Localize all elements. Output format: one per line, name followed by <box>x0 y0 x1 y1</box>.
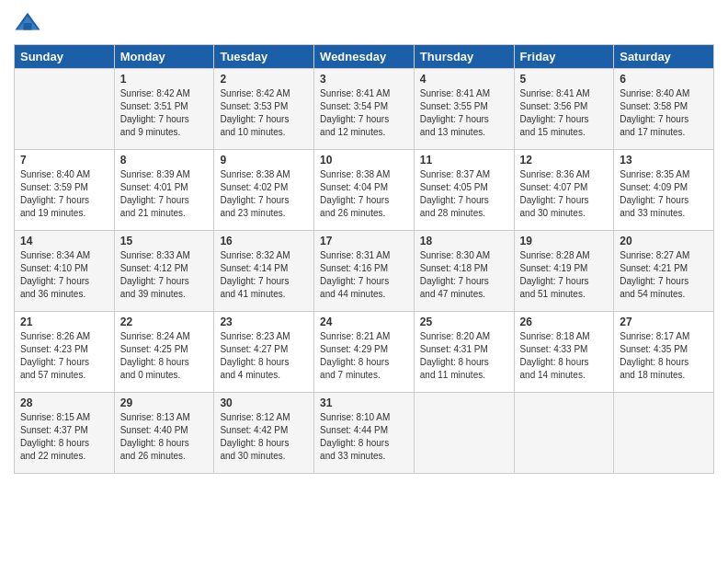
day-info: Sunrise: 8:41 AM Sunset: 3:54 PM Dayligh… <box>320 87 408 139</box>
day-number: 28 <box>20 396 108 409</box>
day-info: Sunrise: 8:41 AM Sunset: 3:56 PM Dayligh… <box>520 87 609 139</box>
week-row-1: 7Sunrise: 8:40 AM Sunset: 3:59 PM Daylig… <box>15 150 714 231</box>
week-row-4: 28Sunrise: 8:15 AM Sunset: 4:37 PM Dayli… <box>15 393 714 474</box>
day-info: Sunrise: 8:10 AM Sunset: 4:44 PM Dayligh… <box>320 411 408 463</box>
svg-rect-2 <box>24 23 32 30</box>
calendar-cell: 26Sunrise: 8:18 AM Sunset: 4:33 PM Dayli… <box>514 312 614 393</box>
day-info: Sunrise: 8:20 AM Sunset: 4:31 PM Dayligh… <box>420 330 508 382</box>
calendar-cell: 27Sunrise: 8:17 AM Sunset: 4:35 PM Dayli… <box>614 312 714 393</box>
day-info: Sunrise: 8:28 AM Sunset: 4:19 PM Dayligh… <box>520 249 609 301</box>
header-row: SundayMondayTuesdayWednesdayThursdayFrid… <box>15 45 714 69</box>
day-number: 19 <box>520 235 609 247</box>
day-info: Sunrise: 8:30 AM Sunset: 4:18 PM Dayligh… <box>420 249 508 301</box>
calendar-body: 1Sunrise: 8:42 AM Sunset: 3:51 PM Daylig… <box>15 69 714 474</box>
header-monday: Monday <box>114 45 214 69</box>
day-number: 24 <box>320 316 408 328</box>
calendar-cell: 25Sunrise: 8:20 AM Sunset: 4:31 PM Dayli… <box>414 312 514 393</box>
day-number: 11 <box>420 154 508 167</box>
day-info: Sunrise: 8:27 AM Sunset: 4:21 PM Dayligh… <box>620 249 708 301</box>
calendar-cell: 2Sunrise: 8:42 AM Sunset: 3:53 PM Daylig… <box>214 69 314 150</box>
calendar-cell: 31Sunrise: 8:10 AM Sunset: 4:44 PM Dayli… <box>314 393 415 474</box>
day-number: 15 <box>120 235 209 247</box>
calendar-cell: 24Sunrise: 8:21 AM Sunset: 4:29 PM Dayli… <box>314 312 415 393</box>
day-number: 30 <box>220 396 308 409</box>
day-number: 14 <box>20 235 108 247</box>
day-info: Sunrise: 8:38 AM Sunset: 4:02 PM Dayligh… <box>220 168 308 220</box>
calendar-cell: 18Sunrise: 8:30 AM Sunset: 4:18 PM Dayli… <box>414 231 514 312</box>
day-info: Sunrise: 8:32 AM Sunset: 4:14 PM Dayligh… <box>220 249 308 301</box>
calendar-cell: 1Sunrise: 8:42 AM Sunset: 3:51 PM Daylig… <box>114 69 214 150</box>
calendar-cell: 12Sunrise: 8:36 AM Sunset: 4:07 PM Dayli… <box>514 150 614 231</box>
calendar-cell <box>614 393 714 474</box>
calendar-cell: 22Sunrise: 8:24 AM Sunset: 4:25 PM Dayli… <box>114 312 214 393</box>
day-number: 18 <box>420 235 508 247</box>
day-number: 20 <box>620 235 708 247</box>
calendar-cell: 19Sunrise: 8:28 AM Sunset: 4:19 PM Dayli… <box>514 231 614 312</box>
day-number: 21 <box>20 316 108 328</box>
day-number: 10 <box>320 154 408 167</box>
calendar-cell: 4Sunrise: 8:41 AM Sunset: 3:55 PM Daylig… <box>414 69 514 150</box>
calendar-table: SundayMondayTuesdayWednesdayThursdayFrid… <box>14 44 714 474</box>
day-number: 8 <box>120 154 209 167</box>
calendar-cell: 9Sunrise: 8:38 AM Sunset: 4:02 PM Daylig… <box>214 150 314 231</box>
day-info: Sunrise: 8:13 AM Sunset: 4:40 PM Dayligh… <box>120 411 209 463</box>
day-info: Sunrise: 8:21 AM Sunset: 4:29 PM Dayligh… <box>320 330 408 382</box>
calendar-cell: 7Sunrise: 8:40 AM Sunset: 3:59 PM Daylig… <box>15 150 115 231</box>
calendar-cell: 20Sunrise: 8:27 AM Sunset: 4:21 PM Dayli… <box>614 231 714 312</box>
calendar-header: SundayMondayTuesdayWednesdayThursdayFrid… <box>15 45 714 69</box>
calendar-cell: 13Sunrise: 8:35 AM Sunset: 4:09 PM Dayli… <box>614 150 714 231</box>
day-info: Sunrise: 8:18 AM Sunset: 4:33 PM Dayligh… <box>520 330 609 382</box>
day-info: Sunrise: 8:39 AM Sunset: 4:01 PM Dayligh… <box>120 168 209 220</box>
day-info: Sunrise: 8:12 AM Sunset: 4:42 PM Dayligh… <box>220 411 308 463</box>
day-info: Sunrise: 8:33 AM Sunset: 4:12 PM Dayligh… <box>120 249 209 301</box>
day-info: Sunrise: 8:35 AM Sunset: 4:09 PM Dayligh… <box>620 168 708 220</box>
day-info: Sunrise: 8:15 AM Sunset: 4:37 PM Dayligh… <box>20 411 108 463</box>
calendar-cell: 15Sunrise: 8:33 AM Sunset: 4:12 PM Dayli… <box>114 231 214 312</box>
calendar-cell: 21Sunrise: 8:26 AM Sunset: 4:23 PM Dayli… <box>15 312 115 393</box>
calendar-cell: 10Sunrise: 8:38 AM Sunset: 4:04 PM Dayli… <box>314 150 415 231</box>
day-number: 13 <box>620 154 708 167</box>
calendar-cell: 14Sunrise: 8:34 AM Sunset: 4:10 PM Dayli… <box>15 231 115 312</box>
day-number: 9 <box>220 154 308 167</box>
day-number: 5 <box>520 73 609 86</box>
day-number: 23 <box>220 316 308 328</box>
day-number: 4 <box>420 73 508 86</box>
calendar-cell: 5Sunrise: 8:41 AM Sunset: 3:56 PM Daylig… <box>514 69 614 150</box>
day-info: Sunrise: 8:17 AM Sunset: 4:35 PM Dayligh… <box>620 330 708 382</box>
day-info: Sunrise: 8:40 AM Sunset: 3:58 PM Dayligh… <box>620 87 708 139</box>
day-info: Sunrise: 8:31 AM Sunset: 4:16 PM Dayligh… <box>320 249 408 301</box>
week-row-3: 21Sunrise: 8:26 AM Sunset: 4:23 PM Dayli… <box>15 312 714 393</box>
day-info: Sunrise: 8:37 AM Sunset: 4:05 PM Dayligh… <box>420 168 508 220</box>
calendar-cell: 11Sunrise: 8:37 AM Sunset: 4:05 PM Dayli… <box>414 150 514 231</box>
calendar-cell: 8Sunrise: 8:39 AM Sunset: 4:01 PM Daylig… <box>114 150 214 231</box>
calendar-cell <box>514 393 614 474</box>
header-wednesday: Wednesday <box>314 45 415 69</box>
day-info: Sunrise: 8:34 AM Sunset: 4:10 PM Dayligh… <box>20 249 108 301</box>
logo-icon <box>14 9 41 37</box>
day-info: Sunrise: 8:38 AM Sunset: 4:04 PM Dayligh… <box>320 168 408 220</box>
day-number: 16 <box>220 235 308 247</box>
header-saturday: Saturday <box>614 45 714 69</box>
calendar-cell: 6Sunrise: 8:40 AM Sunset: 3:58 PM Daylig… <box>614 69 714 150</box>
calendar-cell: 29Sunrise: 8:13 AM Sunset: 4:40 PM Dayli… <box>114 393 214 474</box>
day-number: 17 <box>320 235 408 247</box>
day-info: Sunrise: 8:42 AM Sunset: 3:53 PM Dayligh… <box>220 87 308 139</box>
week-row-2: 14Sunrise: 8:34 AM Sunset: 4:10 PM Dayli… <box>15 231 714 312</box>
calendar-cell: 3Sunrise: 8:41 AM Sunset: 3:54 PM Daylig… <box>314 69 415 150</box>
day-number: 1 <box>120 73 209 86</box>
day-info: Sunrise: 8:26 AM Sunset: 4:23 PM Dayligh… <box>20 330 108 382</box>
day-number: 31 <box>320 396 408 409</box>
calendar-cell: 16Sunrise: 8:32 AM Sunset: 4:14 PM Dayli… <box>214 231 314 312</box>
day-number: 6 <box>620 73 708 86</box>
calendar-cell <box>15 69 115 150</box>
day-info: Sunrise: 8:23 AM Sunset: 4:27 PM Dayligh… <box>220 330 308 382</box>
calendar-cell <box>414 393 514 474</box>
page-header <box>14 9 714 37</box>
day-info: Sunrise: 8:24 AM Sunset: 4:25 PM Dayligh… <box>120 330 209 382</box>
day-info: Sunrise: 8:41 AM Sunset: 3:55 PM Dayligh… <box>420 87 508 139</box>
day-number: 3 <box>320 73 408 86</box>
calendar-cell: 23Sunrise: 8:23 AM Sunset: 4:27 PM Dayli… <box>214 312 314 393</box>
day-number: 22 <box>120 316 209 328</box>
header-friday: Friday <box>514 45 614 69</box>
day-number: 27 <box>620 316 708 328</box>
